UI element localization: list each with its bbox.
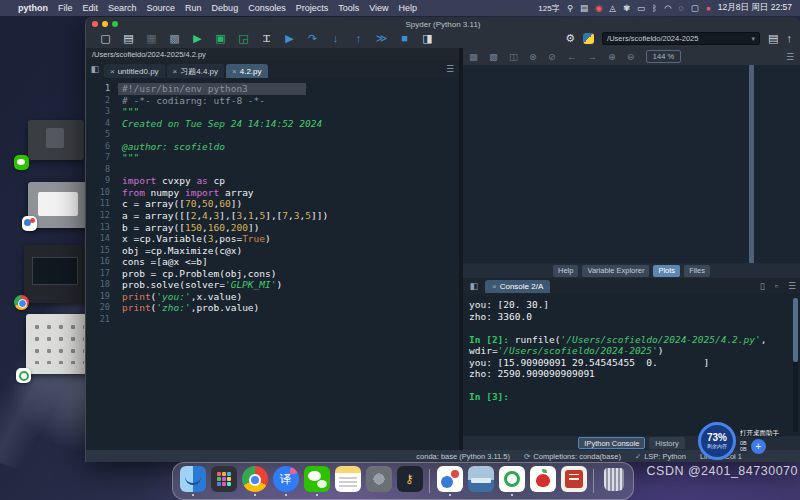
bluetooth-icon[interactable]: ᛒ (652, 3, 657, 13)
working-directory-combobox[interactable]: /Users/scofieldo/2024-2025 ▾ (602, 32, 760, 45)
plots-options-icon[interactable]: ☰ (786, 52, 794, 62)
memory-gauge[interactable]: 73% 剩余内存 (698, 422, 736, 460)
menu-item-file[interactable]: File (58, 3, 73, 13)
menu-item-help[interactable]: Help (399, 3, 418, 13)
app-menu-python[interactable]: python (18, 3, 48, 13)
editor-tab-untitled0.py[interactable]: ×untitled0.py (104, 64, 165, 78)
close-icon[interactable]: × (173, 67, 178, 76)
dock-icon-greenring[interactable] (498, 466, 525, 496)
dock-icon-trash[interactable] (600, 466, 627, 496)
editor-options-icon[interactable]: ☰ (443, 64, 457, 74)
menu-item-view[interactable]: View (369, 3, 388, 13)
close-icon[interactable]: × (232, 67, 237, 76)
close-icon[interactable]: × (492, 282, 497, 291)
dock-icon-settings[interactable] (365, 466, 392, 496)
code-editor[interactable]: 1#!/usr/bin/env python32# -*- codiarng: … (86, 78, 459, 450)
save-icon[interactable]: ▦ (140, 29, 163, 48)
mic-icon[interactable]: ⚲ (567, 3, 573, 13)
close-icon[interactable]: × (110, 67, 115, 76)
step-into-icon[interactable]: ↓ (324, 29, 347, 48)
run-cell-advance-icon[interactable]: ◲ (232, 29, 255, 48)
plots-zoom-level[interactable]: 144 % (646, 50, 681, 63)
pane-tab-help[interactable]: Help (553, 265, 578, 277)
minimized-window-grid[interactable] (26, 314, 92, 374)
preferences-icon[interactable]: ⚙ (565, 29, 575, 48)
zoom-out-icon[interactable]: ⊖ (627, 51, 635, 62)
keyboard-icon[interactable]: ▤ (580, 3, 588, 13)
minimized-window-wechat[interactable] (28, 120, 84, 160)
menu-item-edit[interactable]: Edit (83, 3, 99, 13)
ipython-console[interactable]: you: [20. 30.]zho: 3360.0In [2]: runfile… (463, 294, 800, 436)
tab-ipython-console[interactable]: IPython Console (578, 437, 645, 449)
paste-icon[interactable]: ▯ (760, 281, 765, 291)
browse-directory-icon[interactable]: ▤ (768, 29, 778, 48)
recording-dot-icon[interactable]: ● (706, 3, 711, 13)
minimized-window-dialog[interactable] (28, 182, 90, 228)
display-icon[interactable]: ▢ (691, 3, 699, 13)
minimized-window-browser[interactable] (24, 245, 90, 303)
menu-item-run[interactable]: Run (185, 3, 202, 13)
pane-tab-plots[interactable]: Plots (653, 265, 680, 277)
previous-plot-icon[interactable]: ← (567, 51, 577, 62)
assistant-plus-button[interactable]: + (751, 439, 766, 454)
dock-icon-seal[interactable] (560, 466, 587, 496)
memory-assistant-overlay[interactable]: 73% 剩余内存 打开桌面助手 0B 0B + (698, 420, 800, 462)
python-logo-icon[interactable] (583, 33, 594, 44)
split-panel-icon[interactable]: ◧ (88, 64, 102, 74)
dock-icon-redapple[interactable] (529, 466, 556, 496)
editor-tab-习题4.4.py[interactable]: ×习题4.4.py (167, 64, 224, 78)
save-all-icon[interactable]: ▩ (163, 29, 186, 48)
console-options-icon[interactable]: ☰ (788, 281, 796, 291)
shapes-icon[interactable]: ◬ (609, 3, 616, 13)
remove-plot-icon[interactable]: ⊗ (529, 51, 537, 62)
menubar-clock[interactable]: 12月8日 周日 22:57 (718, 2, 792, 14)
parent-directory-icon[interactable]: ↑ (787, 29, 793, 48)
dock-icon-preview[interactable] (467, 466, 494, 496)
console-tab[interactable]: × Console 2/A (485, 280, 550, 293)
menu-item-projects[interactable]: Projects (296, 3, 329, 13)
menu-item-consoles[interactable]: Consoles (248, 3, 286, 13)
remove-all-plots-icon[interactable]: ⊘ (548, 51, 556, 62)
battery-icon[interactable]: ▭ (637, 3, 645, 13)
open-file-icon[interactable]: ▤ (117, 29, 140, 48)
continue-icon[interactable]: ≫ (370, 29, 393, 48)
maximize-pane-icon[interactable]: ◨ (416, 29, 439, 48)
save-all-plots-icon[interactable]: ▩ (489, 51, 498, 62)
plots-scrollbar[interactable] (749, 65, 754, 263)
console-scrollbar-thumb[interactable] (793, 298, 798, 362)
menu-item-search[interactable]: Search (108, 3, 137, 13)
inspect-icon[interactable]: ▫ (775, 281, 778, 291)
input-method-indicator[interactable]: 125字 (538, 3, 559, 14)
wifi-icon[interactable]: ◠ (664, 3, 671, 13)
step-over-icon[interactable]: ↷ (301, 29, 324, 48)
dock-icon-chrome[interactable] (241, 466, 268, 496)
menu-item-tools[interactable]: Tools (338, 3, 359, 13)
stop-icon[interactable]: ■ (393, 29, 416, 48)
debug-icon[interactable]: ▶ (278, 29, 301, 48)
run-icon[interactable]: ▶ (186, 29, 209, 48)
paw-icon[interactable]: ✾ (623, 3, 630, 13)
pane-tab-files[interactable]: Files (684, 265, 710, 277)
new-file-icon[interactable]: ▢ (94, 29, 117, 48)
tab-history[interactable]: History (649, 437, 684, 449)
titlebar[interactable]: Spyder (Python 3.11) (86, 17, 800, 29)
console-panel-icon[interactable]: ◧ (467, 281, 481, 291)
search-icon[interactable]: ◌ (679, 3, 684, 13)
copy-image-icon[interactable]: ◫ (509, 51, 518, 62)
next-plot-icon[interactable]: → (587, 51, 597, 62)
run-selection-icon[interactable]: Ɪ (255, 29, 278, 48)
zoom-in-icon[interactable]: ⊕ (608, 51, 616, 62)
step-out-icon[interactable]: ↑ (347, 29, 370, 48)
record-icon[interactable]: ◉ (595, 3, 602, 13)
dock-icon-blueapp[interactable] (436, 466, 463, 496)
dock-icon-launchpad[interactable] (210, 466, 237, 496)
dock-icon-finder[interactable] (179, 466, 206, 496)
dock-icon-notes[interactable] (334, 466, 361, 496)
run-cell-icon[interactable]: ▣ (209, 29, 232, 48)
dock-icon-wechat[interactable] (303, 466, 330, 496)
save-plot-icon[interactable]: ▦ (469, 51, 478, 62)
pane-tab-variable-explorer[interactable]: Variable Explorer (582, 265, 649, 277)
dock-icon-translate[interactable]: 译 (272, 466, 299, 496)
menu-item-source[interactable]: Source (147, 3, 176, 13)
file-breadcrumb[interactable]: /Users/scofieldo/2024-2025/4.2.py (86, 48, 459, 60)
